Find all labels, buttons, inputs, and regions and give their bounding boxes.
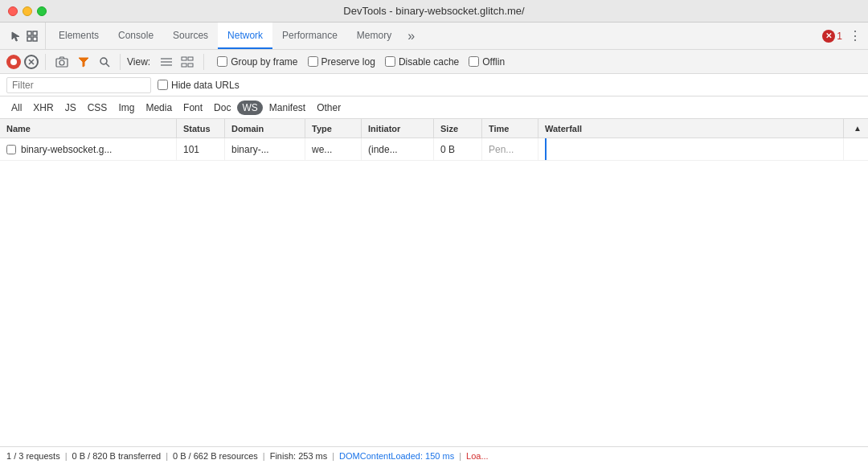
type-btn-all[interactable]: All [6, 101, 27, 115]
th-waterfall[interactable]: Waterfall [538, 119, 844, 138]
filter-input[interactable] [6, 77, 151, 93]
status-resources: 0 B / 662 B resources [173, 451, 258, 461]
titlebar: DevTools - binary-websocket.glitch.me/ [0, 0, 868, 23]
status-requests: 1 / 3 requests [6, 451, 60, 461]
type-filter-bar: All XHR JS CSS Img Media Font Doc WS Man… [0, 96, 868, 119]
type-btn-font[interactable]: Font [178, 101, 207, 115]
status-bar: 1 / 3 requests | 0 B / 820 B transferred… [0, 446, 868, 464]
group-by-frame-checkbox[interactable]: Group by frame [217, 56, 297, 68]
th-sort-indicator[interactable]: ▲ [844, 119, 868, 138]
svg-rect-14 [182, 57, 186, 60]
th-size[interactable]: Size [434, 119, 482, 138]
type-btn-xhr[interactable]: XHR [28, 101, 58, 115]
th-name[interactable]: Name [0, 119, 177, 138]
error-badge[interactable]: ✕ 1 [822, 30, 842, 43]
row-checkbox[interactable] [6, 145, 16, 154]
td-name: binary-websocket.g... [0, 138, 177, 160]
td-size: 0 B [434, 138, 482, 160]
camera-icon[interactable] [52, 55, 72, 69]
table-body: binary-websocket.g... 101 binary-... we.… [0, 138, 868, 446]
status-transferred: 0 B / 820 B transferred [72, 451, 162, 461]
svg-line-10 [106, 64, 109, 67]
type-btn-img[interactable]: Img [113, 101, 139, 115]
td-waterfall [538, 138, 844, 160]
view-icons [157, 55, 197, 69]
type-btn-doc[interactable]: Doc [209, 101, 235, 115]
th-initiator[interactable]: Initiator [362, 119, 434, 138]
tab-console[interactable]: Console [108, 23, 163, 49]
preserve-log-checkbox[interactable]: Preserve log [308, 56, 375, 68]
minimize-button[interactable] [23, 6, 32, 16]
type-btn-media[interactable]: Media [141, 101, 177, 115]
tab-elements[interactable]: Elements [49, 23, 108, 49]
clear-button[interactable] [24, 55, 39, 69]
svg-rect-2 [27, 37, 31, 41]
svg-rect-17 [188, 64, 193, 67]
tab-memory[interactable]: Memory [347, 23, 401, 49]
filter-icon[interactable] [75, 55, 92, 69]
filter-bar: Hide data URLs [0, 74, 868, 96]
th-time[interactable]: Time [482, 119, 538, 138]
view-list-icon[interactable] [157, 55, 176, 69]
traffic-lights [8, 6, 47, 16]
inspect-icon[interactable] [26, 30, 39, 43]
svg-rect-3 [33, 37, 37, 41]
tab-performance[interactable]: Performance [272, 23, 347, 49]
td-status: 101 [177, 138, 225, 160]
kebab-menu-button[interactable]: ⋮ [845, 28, 865, 43]
table-header: Name Status Domain Type Initiator Size T… [0, 119, 868, 138]
waterfall-line [545, 138, 547, 160]
more-tabs-button[interactable]: » [401, 29, 421, 43]
svg-rect-1 [33, 31, 37, 35]
td-sort [844, 138, 868, 160]
error-icon: ✕ [822, 30, 835, 43]
tab-network[interactable]: Network [218, 23, 272, 49]
maximize-button[interactable] [37, 6, 47, 16]
toolbar-divider-3 [203, 54, 204, 70]
td-initiator: (inde... [362, 138, 434, 160]
td-time: Pen... [482, 138, 538, 160]
view-label: View: [127, 56, 150, 68]
offline-checkbox[interactable]: Offlin [469, 56, 505, 68]
devtools-panel: Elements Console Sources Network Perform… [0, 23, 868, 464]
hide-data-urls-checkbox[interactable]: Hide data URLs [158, 80, 240, 91]
record-button[interactable] [6, 55, 21, 69]
type-btn-ws[interactable]: WS [237, 101, 262, 115]
th-type[interactable]: Type [305, 119, 362, 138]
type-btn-other[interactable]: Other [312, 101, 346, 115]
td-domain: binary-... [225, 138, 305, 160]
svg-point-8 [59, 60, 64, 65]
type-btn-css[interactable]: CSS [83, 101, 113, 115]
status-finish: Finish: 253 ms [270, 451, 328, 461]
tab-sources[interactable]: Sources [163, 23, 218, 49]
type-btn-manifest[interactable]: Manifest [264, 101, 310, 115]
disable-cache-checkbox[interactable]: Disable cache [385, 56, 459, 68]
svg-point-4 [10, 59, 17, 65]
type-btn-js[interactable]: JS [60, 101, 81, 115]
cursor-icon[interactable] [10, 30, 23, 43]
th-domain[interactable]: Domain [225, 119, 305, 138]
tab-bar: Elements Console Sources Network Perform… [0, 23, 868, 50]
status-load: Loa... [466, 451, 489, 461]
svg-rect-16 [182, 64, 186, 67]
tabbar-right: ✕ 1 ⋮ [822, 28, 865, 43]
td-type: we... [305, 138, 362, 160]
toolbar-divider-1 [45, 54, 46, 70]
th-status[interactable]: Status [177, 119, 225, 138]
window-title: DevTools - binary-websocket.glitch.me/ [343, 5, 524, 17]
svg-point-9 [100, 58, 107, 64]
table-row[interactable]: binary-websocket.g... 101 binary-... we.… [0, 138, 868, 161]
status-domcontentloaded: DOMContentLoaded: 150 ms [339, 451, 454, 461]
svg-rect-15 [188, 57, 193, 60]
network-toolbar: View: Group by frame [0, 50, 868, 74]
devtools-icons [3, 23, 46, 49]
close-button[interactable] [8, 6, 18, 16]
search-icon[interactable] [96, 55, 113, 69]
view-tree-icon[interactable] [178, 55, 197, 69]
svg-rect-0 [27, 31, 31, 35]
toolbar-divider-2 [120, 54, 121, 70]
